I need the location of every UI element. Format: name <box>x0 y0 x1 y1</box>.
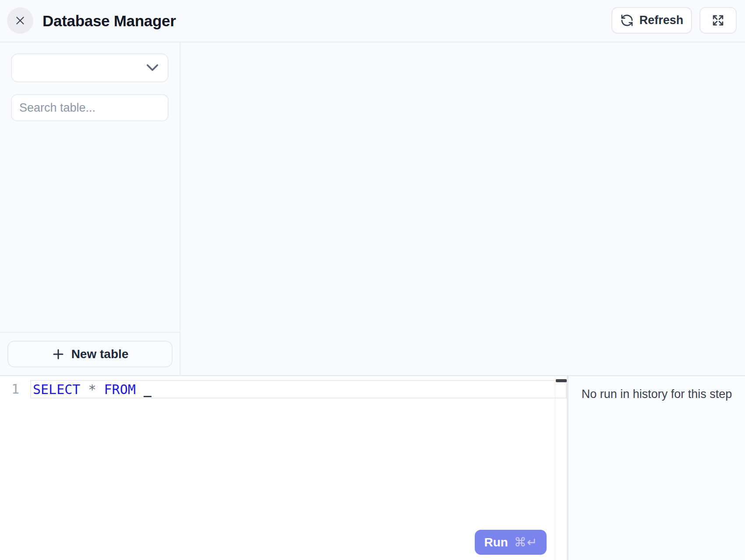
database-manager-window: Database Manager Refresh <box>0 0 745 560</box>
sidebar-footer: New table <box>0 332 180 375</box>
return-key-icon: ↵ <box>527 535 537 549</box>
run-history-panel: No run in history for this step <box>568 376 745 560</box>
sql-token-keyword: SELECT <box>33 382 80 397</box>
page-title: Database Manager <box>42 0 176 42</box>
refresh-button[interactable]: Refresh <box>611 7 692 34</box>
expand-icon <box>711 14 725 27</box>
header-actions: Refresh <box>611 7 737 34</box>
editor-active-line[interactable]: SELECT * FROM _ <box>30 380 567 398</box>
main-canvas <box>181 42 745 375</box>
editor-line-number: 1 <box>0 380 24 398</box>
new-table-button-label: New table <box>71 347 129 361</box>
table-search-input[interactable] <box>11 94 169 121</box>
run-history-empty-message: No run in history for this step <box>568 387 745 401</box>
refresh-icon <box>620 14 634 27</box>
sidebar: New table <box>0 42 180 375</box>
run-button[interactable]: Run ⌘ ↵ <box>475 530 547 555</box>
editor-cursor: _ <box>136 382 152 397</box>
sql-token-keyword: FROM <box>104 382 136 397</box>
expand-button[interactable] <box>699 7 737 34</box>
new-table-button[interactable]: New table <box>7 341 173 367</box>
close-button[interactable] <box>7 7 33 34</box>
sql-token-operator: * <box>80 382 104 397</box>
refresh-button-label: Refresh <box>639 14 684 27</box>
command-key-icon: ⌘ <box>514 535 526 549</box>
editor-scrollbar-track[interactable] <box>555 376 567 560</box>
plus-icon <box>52 348 65 361</box>
run-shortcut: ⌘ ↵ <box>514 535 537 549</box>
chevron-down-icon <box>146 64 159 72</box>
database-select-dropdown[interactable] <box>11 53 169 82</box>
table-search <box>11 94 169 121</box>
header-bar: Database Manager Refresh <box>0 0 745 42</box>
editor-scrollbar-thumb[interactable] <box>556 379 567 382</box>
close-icon <box>14 15 26 26</box>
sql-editor[interactable]: 1 SELECT * FROM _ Run ⌘ ↵ <box>0 376 567 560</box>
run-button-label: Run <box>484 535 508 549</box>
